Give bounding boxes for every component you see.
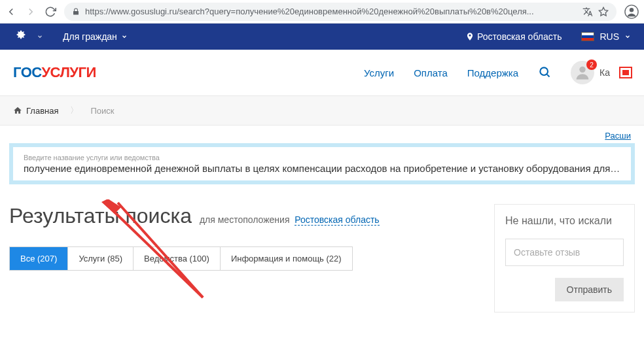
reload-button[interactable]: [45, 6, 56, 18]
breadcrumb-home-label: Главная: [26, 106, 58, 116]
flag-icon: [581, 32, 594, 41]
breadcrumb-current: Поиск: [90, 106, 114, 116]
results-tabs: Все (207) Услуги (85) Ведомства (100) Ин…: [9, 246, 353, 271]
feedback-submit-button[interactable]: Отправить: [555, 278, 624, 301]
results-heading: Результаты поиска для местоположения Рос…: [9, 204, 481, 228]
region-label: Ростовская область: [477, 31, 562, 42]
site-header: госуслуги Услуги Оплата Поддержка 2 Ка: [0, 50, 644, 95]
location-link[interactable]: Ростовская область: [295, 214, 379, 226]
chevron-down-icon: [624, 33, 631, 40]
home-icon: [13, 106, 22, 115]
tab-agencies[interactable]: Ведомства (100): [134, 247, 221, 270]
breadcrumb: Главная 〉 Поиск: [0, 95, 644, 126]
expand-search-link[interactable]: Расши: [0, 126, 644, 143]
svg-point-5: [579, 67, 585, 73]
user-name: Ка: [599, 67, 610, 78]
svg-point-2: [630, 8, 634, 12]
chevron-down-icon: [121, 33, 128, 40]
logo-part2: услуги: [41, 64, 96, 80]
svg-line-4: [547, 74, 550, 76]
tab-all[interactable]: Все (207): [10, 247, 68, 270]
region-selector[interactable]: Ростовская область: [465, 31, 562, 42]
breadcrumb-current-label: Поиск: [90, 106, 114, 116]
lock-icon: [72, 8, 80, 16]
tab-info[interactable]: Информация и помощь (22): [221, 247, 352, 270]
emblem-icon: [13, 29, 29, 44]
nav-support[interactable]: Поддержка: [467, 67, 518, 78]
user-menu[interactable]: 2 Ка: [571, 61, 631, 84]
address-bar[interactable]: https://www.gosuslugi.ru/search?query=по…: [64, 3, 617, 21]
results-title: Результаты поиска: [9, 204, 192, 228]
logo-part1: гос: [13, 64, 41, 80]
citizens-dropdown[interactable]: Для граждан: [63, 31, 128, 42]
search-input-label: Введите название услуги или ведомства: [24, 154, 620, 161]
forward-button[interactable]: [25, 6, 37, 18]
emblem-dropdown[interactable]: [37, 31, 43, 42]
breadcrumb-separator: 〉: [70, 105, 79, 116]
search-input-value: получение единовременной денежной выплат…: [24, 163, 620, 174]
gov-top-bar: Для граждан Ростовская область RUS: [0, 24, 644, 50]
nav-payment[interactable]: Оплата: [414, 67, 448, 78]
feedback-title: Не нашли, что искали: [505, 215, 624, 227]
feedback-panel: Не нашли, что искали Оставьте отзыв Отпр…: [494, 204, 635, 313]
pin-icon: [465, 32, 474, 41]
search-icon[interactable]: [538, 65, 551, 80]
nav-services[interactable]: Услуги: [364, 67, 394, 78]
star-icon[interactable]: [598, 7, 609, 17]
site-logo[interactable]: госуслуги: [13, 64, 96, 81]
language-selector[interactable]: RUS: [581, 31, 631, 42]
notification-badge: 2: [586, 59, 597, 70]
translate-icon[interactable]: [582, 7, 593, 17]
results-subtitle: для местоположения Ростовская область: [200, 214, 380, 225]
back-button[interactable]: [5, 6, 17, 18]
citizens-label: Для граждан: [63, 31, 117, 42]
breadcrumb-home[interactable]: Главная: [13, 106, 58, 116]
url-text: https://www.gosuslugi.ru/search?query=по…: [85, 7, 577, 16]
svg-marker-0: [599, 7, 607, 16]
red-indicator: [620, 68, 631, 77]
svg-point-3: [540, 67, 548, 75]
tab-services[interactable]: Услуги (85): [68, 247, 134, 270]
browser-toolbar: https://www.gosuslugi.ru/search?query=по…: [0, 0, 644, 24]
search-panel[interactable]: Введите название услуги или ведомства по…: [9, 143, 635, 184]
lang-label: RUS: [599, 31, 619, 42]
main-nav: Услуги Оплата Поддержка: [364, 65, 551, 80]
feedback-input[interactable]: Оставьте отзыв: [505, 239, 624, 266]
profile-icon[interactable]: [624, 5, 639, 19]
